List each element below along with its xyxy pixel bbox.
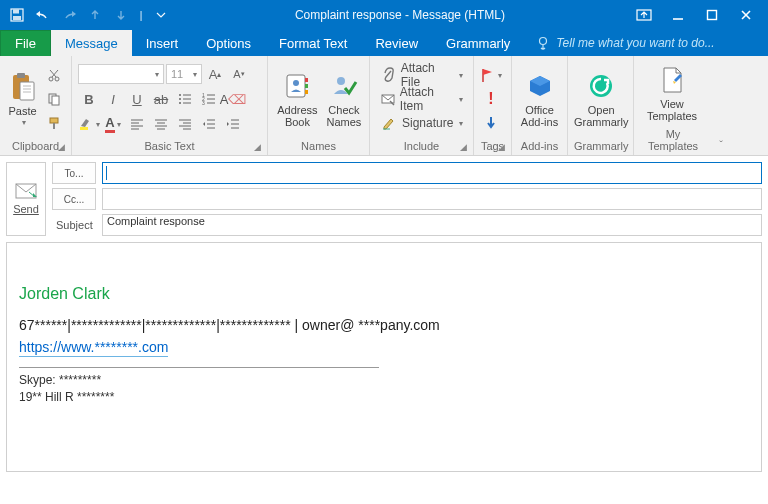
group-grammarly: Open Grammarly Grammarly xyxy=(568,56,634,155)
low-importance-icon[interactable] xyxy=(480,111,502,135)
bullets-icon[interactable] xyxy=(174,88,196,110)
signature-contact-line: 67******|*************|*************|***… xyxy=(19,317,749,333)
high-importance-icon[interactable]: ! xyxy=(480,87,502,111)
align-left-icon[interactable] xyxy=(126,113,148,135)
redo-icon[interactable] xyxy=(58,4,80,26)
decrease-indent-icon[interactable] xyxy=(198,113,220,135)
group-mytemplates-label: My Templates xyxy=(640,126,706,155)
grow-font-icon[interactable]: A▴ xyxy=(204,63,226,85)
copy-icon[interactable] xyxy=(43,88,65,110)
qat-sep: | xyxy=(136,10,146,21)
send-icon xyxy=(15,183,37,199)
align-right-icon[interactable] xyxy=(174,113,196,135)
grammarly-icon xyxy=(585,70,617,102)
svg-rect-2 xyxy=(13,16,21,20)
signature-url[interactable]: https://www.********.com xyxy=(19,339,168,357)
open-grammarly-button[interactable]: Open Grammarly xyxy=(574,70,628,128)
to-button[interactable]: To... xyxy=(52,162,96,184)
tab-grammarly[interactable]: Grammarly xyxy=(432,30,524,56)
shrink-font-icon[interactable]: A▾ xyxy=(228,63,250,85)
tab-insert[interactable]: Insert xyxy=(132,30,193,56)
dialog-launcher-icon[interactable]: ◢ xyxy=(498,142,505,152)
ribbon: Paste ▾ Clipboard◢ ▾ 11▾ A▴ A▾ B I U xyxy=(0,56,768,156)
address-book-button[interactable]: Address Book xyxy=(274,70,321,128)
svg-point-55 xyxy=(293,80,299,86)
window-buttons xyxy=(622,7,768,23)
next-icon[interactable] xyxy=(110,4,132,26)
message-body[interactable]: Jorden Clark 67******|*************|****… xyxy=(6,242,762,472)
group-basic-text-label: Basic Text xyxy=(145,140,195,152)
bold-icon[interactable]: B xyxy=(78,88,100,110)
check-names-button[interactable]: Check Names xyxy=(325,70,363,128)
svg-rect-57 xyxy=(305,84,308,88)
dialog-launcher-icon[interactable]: ◢ xyxy=(460,142,467,152)
prev-icon[interactable] xyxy=(84,4,106,26)
svg-text:3: 3 xyxy=(202,100,205,105)
svg-point-25 xyxy=(179,98,181,100)
tab-message[interactable]: Message xyxy=(51,30,132,56)
signature-button[interactable]: Signature▾ xyxy=(376,111,467,135)
cc-button[interactable]: Cc... xyxy=(52,188,96,210)
svg-rect-20 xyxy=(52,96,59,105)
office-addins-label: Office Add-ins xyxy=(521,104,558,128)
ribbon-tabs: File Message Insert Options Format Text … xyxy=(0,30,768,56)
open-grammarly-label: Open Grammarly xyxy=(574,104,628,128)
underline-icon[interactable]: U xyxy=(126,88,148,110)
group-include-label: Include xyxy=(404,140,439,152)
quick-access-toolbar: | xyxy=(0,0,178,30)
align-center-icon[interactable] xyxy=(150,113,172,135)
svg-point-16 xyxy=(55,77,59,81)
signature-address: 19** Hill R ******** xyxy=(19,389,749,406)
subject-field[interactable]: Complaint response xyxy=(102,214,762,236)
attach-file-button[interactable]: Attach File▾ xyxy=(376,63,467,87)
svg-point-8 xyxy=(540,38,547,45)
svg-rect-11 xyxy=(20,82,34,100)
svg-rect-21 xyxy=(50,118,58,123)
tab-options[interactable]: Options xyxy=(192,30,265,56)
cc-field[interactable] xyxy=(102,188,762,210)
strike-icon[interactable]: ab xyxy=(150,88,172,110)
maximize-icon[interactable] xyxy=(704,7,720,23)
svg-point-59 xyxy=(337,77,345,85)
paste-button[interactable]: Paste ▾ xyxy=(6,71,39,128)
tab-review[interactable]: Review xyxy=(361,30,432,56)
view-templates-button[interactable]: View Templates xyxy=(640,64,704,122)
font-family-select[interactable]: ▾ xyxy=(78,64,164,84)
numbering-icon[interactable]: 123 xyxy=(198,88,220,110)
attach-item-button[interactable]: Attach Item▾ xyxy=(376,87,467,111)
group-tags: ▾ ! Tags◢ xyxy=(474,56,512,155)
address-book-label: Address Book xyxy=(277,104,317,128)
dialog-launcher-icon[interactable]: ◢ xyxy=(58,142,65,152)
ribbon-display-icon[interactable] xyxy=(636,7,652,23)
tell-me-search[interactable]: Tell me what you want to do... xyxy=(524,30,768,56)
collapse-ribbon-icon[interactable]: ˇ xyxy=(719,139,723,151)
minimize-icon[interactable] xyxy=(670,7,686,23)
increase-indent-icon[interactable] xyxy=(222,113,244,135)
send-button[interactable]: Send xyxy=(6,162,46,236)
tab-file[interactable]: File xyxy=(0,30,51,56)
save-icon[interactable] xyxy=(6,4,28,26)
clear-format-icon[interactable]: A⌫ xyxy=(222,88,244,110)
font-color-icon[interactable]: A▾ xyxy=(102,113,124,135)
dialog-launcher-icon[interactable]: ◢ xyxy=(254,142,261,152)
svg-rect-35 xyxy=(80,127,88,130)
group-mytemplates: View Templates My Templates xyxy=(634,56,712,155)
italic-icon[interactable]: I xyxy=(102,88,124,110)
undo-icon[interactable] xyxy=(32,4,54,26)
font-size-select[interactable]: 11▾ xyxy=(166,64,202,84)
chevron-down-icon: ▾ xyxy=(20,119,26,128)
paste-label: Paste xyxy=(8,105,36,117)
signature-label: Signature xyxy=(402,116,453,130)
to-field[interactable] xyxy=(102,162,762,184)
tab-format-text[interactable]: Format Text xyxy=(265,30,361,56)
highlight-icon[interactable]: ▾ xyxy=(78,113,100,135)
signature-skype: Skype: ********* xyxy=(19,372,749,389)
office-addins-button[interactable]: Office Add-ins xyxy=(518,70,561,128)
qat-customize-icon[interactable] xyxy=(150,4,172,26)
follow-up-flag-icon[interactable]: ▾ xyxy=(480,63,502,87)
group-names: Address Book Check Names Names xyxy=(268,56,370,155)
templates-icon xyxy=(656,64,688,96)
close-icon[interactable] xyxy=(738,7,754,23)
cut-icon[interactable] xyxy=(43,64,65,86)
format-painter-icon[interactable] xyxy=(43,112,65,134)
